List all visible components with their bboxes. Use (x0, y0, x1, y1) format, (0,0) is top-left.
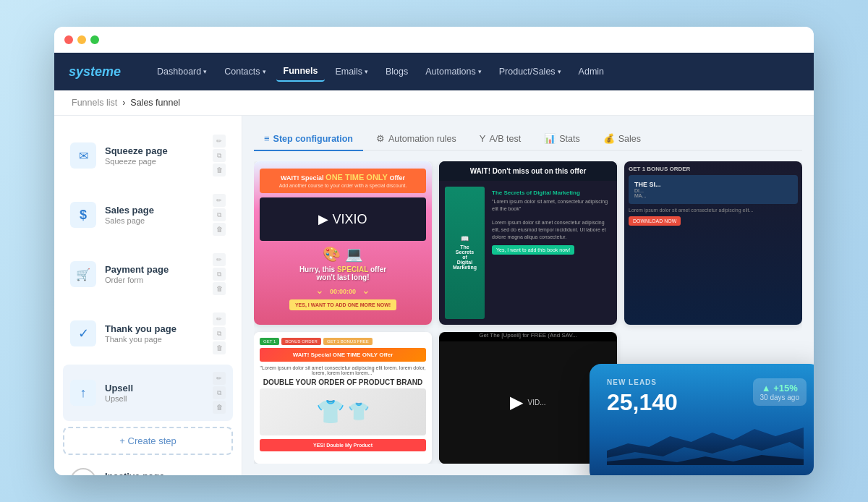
template-card-tshirt[interactable]: GET 1 BONUS ORDER GET 1 BONUS FREE WAIT!… (254, 332, 432, 464)
delete-icon[interactable]: 🗑 (213, 282, 226, 295)
inactive-page-item[interactable]: ⊘ Inactive page This page is displayed w… (63, 461, 233, 475)
step-actions: ✏ ⧉ 🗑 (213, 135, 226, 176)
upsell-icon: ↑ (70, 380, 96, 406)
tab-automation-rules[interactable]: ⚙ Automation rules (366, 127, 467, 151)
card-header-upsell: WAIT! Special ONE TIME ONLY Offer (260, 348, 426, 362)
edit-icon[interactable]: ✏ (213, 312, 226, 326)
product-image: 👕 👕 (260, 388, 426, 435)
step-upsell[interactable]: ↑ Upsell Upsell ✏ ⧉ 🗑 (63, 365, 233, 421)
tab-stats[interactable]: 📊 Stats (534, 127, 590, 151)
partial-offer: THE SI... DI... MA... (629, 175, 798, 204)
stats-card: NEW LEADS 25,140 ▲ +15% 30 days ago (590, 364, 814, 475)
gear-icon: ⚙ (376, 133, 385, 144)
offer-text: Hurry, this SPECIAL offerwon't last long… (299, 265, 386, 281)
template-card-dark-book[interactable]: WAIT! Don't miss out on this offer 📖 The… (439, 161, 617, 325)
nav-funnels[interactable]: Funnels (276, 61, 326, 82)
chart-icon: 📊 (544, 133, 556, 144)
add-to-order-button[interactable]: Yes, I want to add this book now! (492, 245, 574, 255)
video-label: Get The [Upsell] for FREE (And SAV... (479, 332, 576, 339)
step-squeeze-page[interactable]: ✉ Squeeze page Squeeze page ✏ ⧉ 🗑 (63, 127, 233, 184)
delete-icon[interactable]: 🗑 (213, 223, 226, 236)
copy-icon[interactable]: ⧉ (213, 149, 226, 162)
tab-step-configuration[interactable]: ≡ Step configuration (254, 127, 363, 151)
edit-icon[interactable]: ✏ (213, 372, 226, 385)
cta-button[interactable]: YES, I WANT TO ADD ONE MORE NOW! (289, 299, 396, 310)
checkmark-icon: ✓ (70, 320, 96, 346)
copy-icon[interactable]: ⧉ (213, 386, 226, 399)
breadcrumb-parent[interactable]: Funnels list (72, 98, 117, 108)
template-card-pink-upsell[interactable]: WAIT! Special ONE TIME ONLY Offer Add an… (254, 161, 432, 325)
step-name: Sales page (105, 205, 213, 216)
step-name: Squeeze page (105, 145, 213, 156)
card-body: 📖 TheSecretsofDigitalMarketing The Secre… (439, 181, 617, 325)
step-actions: ✏ ⧉ 🗑 (213, 253, 226, 295)
step-name: Upsell (105, 383, 213, 393)
delete-icon[interactable]: 🗑 (213, 401, 226, 414)
sidebar: ✉ Squeeze page Squeeze page ✏ ⧉ 🗑 $ Sale… (54, 116, 242, 475)
card-body-text: "Lorem ipsum dolor sit amet, consectetur… (492, 198, 608, 241)
countdown-timer: 00:00:00 (330, 288, 356, 295)
step-type: Order form (105, 276, 213, 284)
chevron-down-icon: ▾ (478, 68, 482, 75)
copy-icon[interactable]: ⧉ (213, 327, 226, 340)
template-card-partial[interactable]: GET 1 BONUS ORDER THE SI... DI... MA... … (624, 161, 802, 325)
chevron-down-icon: ▾ (203, 68, 207, 75)
card-video-placeholder: ▶ VIXIO (260, 197, 426, 241)
partial-label: GET 1 BONUS ORDER (629, 166, 690, 172)
step-type: Squeeze page (105, 157, 213, 166)
nav-blogs[interactable]: Blogs (378, 62, 415, 81)
card-title: The Secrets of Digital Marketing (492, 190, 608, 196)
step-actions: ✏ ⧉ 🗑 (213, 372, 226, 414)
delete-icon[interactable]: 🗑 (213, 163, 226, 176)
chevron-down-icon: ▾ (558, 68, 561, 75)
stats-percentage: ▲ +15% (760, 383, 800, 393)
cart-icon: 🛒 (70, 261, 96, 287)
tab-sales[interactable]: 💰 Sales (593, 127, 651, 151)
create-step-button[interactable]: + Create step (63, 427, 233, 455)
step-actions: ✏ ⧉ 🗑 (213, 194, 226, 236)
nav-dashboard[interactable]: Dashboard ▾ (150, 62, 214, 81)
card-subtext: "Lorem ipsum dolor sit amet consectetur … (260, 365, 426, 375)
badge-get: GET 1 (260, 338, 279, 345)
delete-icon[interactable]: 🗑 (213, 341, 226, 354)
double-label: DOUBLE YOUR ORDER OF PRODUCT BRAND (260, 378, 426, 386)
chevron-down-icon: ▾ (365, 68, 368, 75)
nav-emails[interactable]: Emails ▾ (328, 62, 375, 81)
card-dark-header: WAIT! Don't miss out on this offer (439, 161, 617, 181)
edit-icon[interactable]: ✏ (213, 253, 226, 266)
book-cover: 📖 TheSecretsofDigitalMarketing (445, 187, 485, 319)
yes-button[interactable]: YES! Double My Product (260, 439, 426, 451)
dollar-icon: $ (70, 202, 96, 228)
navbar: systeme Dashboard ▾ Contacts ▾ Funnels E… (54, 53, 814, 90)
copy-icon[interactable]: ⧉ (213, 268, 226, 281)
envelope-icon: ✉ (70, 142, 96, 169)
maximize-dot[interactable] (90, 35, 99, 44)
step-payment-page[interactable]: 🛒 Payment page Order form ✏ ⧉ 🗑 (63, 246, 233, 302)
edit-icon[interactable]: ✏ (213, 194, 226, 207)
browser-window: systeme Dashboard ▾ Contacts ▾ Funnels E… (54, 27, 814, 475)
ab-icon: Y (480, 133, 486, 144)
nav-admin[interactable]: Admin (571, 62, 611, 81)
download-button[interactable]: DOWNLOAD NOW (629, 216, 681, 226)
minimize-dot[interactable] (77, 35, 86, 44)
list-icon: ≡ (264, 133, 270, 144)
close-dot[interactable] (64, 35, 73, 44)
stats-period: 30 days ago (760, 393, 800, 401)
stats-badge: ▲ +15% 30 days ago (753, 378, 807, 406)
nav-product-sales[interactable]: Product/Sales ▾ (492, 62, 569, 81)
chevron-down-icon: ▾ (263, 68, 266, 75)
inactive-icon: ⊘ (70, 468, 96, 475)
nav-menu: Dashboard ▾ Contacts ▾ Funnels Emails ▾ … (150, 61, 799, 82)
breadcrumb: Funnels list › Sales funnel (54, 90, 814, 116)
tab-bar: ≡ Step configuration ⚙ Automation rules … (254, 127, 802, 151)
step-sales-page[interactable]: $ Sales page Sales page ✏ ⧉ 🗑 (63, 187, 233, 243)
vide-text: VID... (527, 399, 545, 407)
edit-icon[interactable]: ✏ (213, 135, 226, 148)
tab-ab-test[interactable]: Y A/B test (469, 127, 531, 151)
nav-contacts[interactable]: Contacts ▾ (217, 62, 273, 81)
partial-text: Lorem ipsum dolor sit amet consectetur a… (629, 207, 753, 213)
card-header: WAIT! Special ONE TIME ONLY Offer Add an… (260, 169, 426, 193)
nav-automations[interactable]: Automations ▾ (418, 62, 488, 81)
step-thank-you-page[interactable]: ✓ Thank you page Thank you page ✏ ⧉ 🗑 (63, 305, 233, 362)
copy-icon[interactable]: ⧉ (213, 208, 226, 221)
